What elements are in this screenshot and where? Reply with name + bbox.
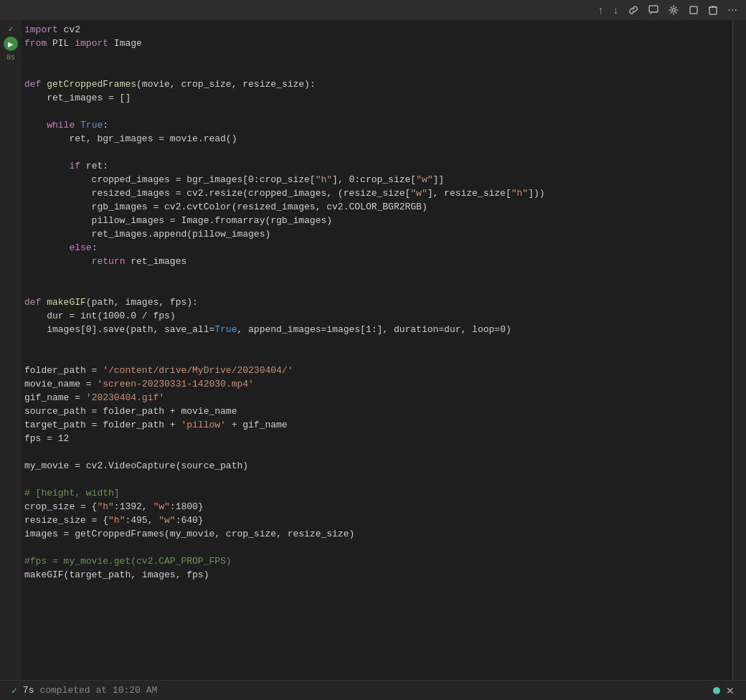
code-line: [22, 146, 732, 159]
code-line: images = getCroppedFrames(my_movie, crop…: [22, 527, 732, 541]
code-token: '20230404.gif': [86, 391, 164, 405]
code-token: + gif_name: [226, 418, 288, 432]
code-token: fps = 12: [24, 432, 69, 445]
code-token: [75, 118, 80, 132]
code-line: else:: [22, 241, 732, 255]
toolbar-more-btn[interactable]: ⋯: [724, 3, 740, 17]
code-token: else: [69, 241, 91, 255]
code-token: 'screen-20230331-142030.mp4': [97, 377, 253, 391]
code-line: folder_path = '/content/drive/MyDrive/20…: [22, 364, 732, 377]
code-token: "w": [159, 514, 175, 527]
status-time: 7s: [23, 685, 34, 696]
code-line: while True:: [22, 118, 732, 132]
code-line: def getCroppedFrames(movie, crop_size, r…: [22, 77, 732, 91]
code-editor[interactable]: import cv2from PIL import Imagedef getCr…: [22, 20, 733, 680]
code-token: resize_size = {: [24, 514, 108, 527]
code-token: 'pillow': [181, 418, 225, 432]
toolbar: ↑ ↓ ⋯: [0, 0, 746, 20]
code-line: [22, 64, 732, 77]
toolbar-up-btn[interactable]: ↑: [595, 3, 606, 17]
code-token: "h": [316, 173, 332, 186]
toolbar-link-btn[interactable]: [625, 4, 641, 16]
code-line: target_path = folder_path + 'pillow' + g…: [22, 418, 732, 432]
code-token: ret_images: [125, 255, 186, 268]
code-line: def makeGIF(path, images, fps):: [22, 295, 732, 309]
code-token: [24, 255, 92, 268]
code-token: :: [103, 118, 108, 132]
link-icon: [628, 5, 638, 15]
code-token: target_path = folder_path +: [24, 418, 181, 432]
status-close-button[interactable]: ✕: [726, 685, 735, 696]
status-right-section: ✕: [713, 685, 735, 696]
code-token: '/content/drive/MyDrive/20230404/': [103, 364, 293, 377]
code-token: PIL: [47, 37, 75, 50]
code-token: movie_name =: [24, 377, 97, 391]
svg-point-1: [672, 9, 675, 11]
code-token: import: [75, 37, 108, 50]
code-line: # [height, width]: [22, 486, 732, 500]
code-line: rgb_images = cv2.cvtColor(resized_images…: [22, 200, 732, 214]
status-message: completed at 10:20 AM: [39, 685, 157, 696]
status-check-icon: ✓: [11, 685, 17, 696]
code-token: [24, 118, 47, 132]
code-token: images[0].save(path, save_all=: [24, 323, 214, 336]
code-line: ret_images.append(pillow_images): [22, 227, 732, 241]
code-line: crop_size = {"h":1392, "w":1800}: [22, 500, 732, 514]
run-cell-button[interactable]: ▶: [4, 37, 18, 51]
code-line: [22, 350, 732, 364]
code-line: gif_name = '20230404.gif': [22, 391, 732, 405]
code-line: movie_name = 'screen-20230331-142030.mp4…: [22, 377, 732, 391]
code-token: [24, 241, 69, 255]
code-token: ], 0:crop_size[: [332, 173, 416, 186]
code-token: def: [24, 295, 41, 309]
code-token: [24, 159, 69, 173]
code-line: images[0].save(path, save_all=True, appe…: [22, 323, 732, 336]
gear-icon: [669, 5, 679, 15]
toolbar-down-btn[interactable]: ↓: [610, 3, 621, 17]
code-token: while: [47, 118, 75, 132]
code-line: [22, 282, 732, 295]
code-token: images = getCroppedFrames(my_movie, crop…: [24, 527, 354, 541]
code-token: import: [24, 23, 58, 37]
toolbar-fullscreen-btn[interactable]: [686, 4, 702, 16]
code-line: dur = int(1000.0 / fps): [22, 309, 732, 323]
svg-rect-3: [709, 7, 717, 14]
code-token: Image: [108, 37, 142, 50]
code-token: #fps = my_movie.get(cv2.CAP_PROP_FPS): [24, 554, 232, 568]
fullscreen-icon: [689, 5, 699, 15]
code-token: ret:: [80, 159, 108, 173]
code-token: gif_name =: [24, 391, 86, 405]
code-token: my_movie = cv2.VideoCapture(source_path): [24, 459, 248, 473]
code-token: makeGIF(target_path, images, fps): [24, 568, 209, 582]
code-token: (path, images, fps):: [86, 295, 198, 309]
main-area: ✓ ▶ 8s import cv2from PIL import Imagede…: [0, 20, 746, 680]
code-line: cropped_images = bgr_images[0:crop_size[…: [22, 173, 732, 186]
toolbar-comment-btn[interactable]: [646, 4, 661, 16]
code-token: if: [69, 159, 80, 173]
svg-rect-0: [649, 6, 658, 12]
code-token: cv2: [58, 23, 80, 37]
svg-rect-2: [690, 6, 697, 14]
code-token: ], resize_size[: [428, 186, 511, 200]
code-token: True: [80, 118, 103, 132]
code-token: "h": [97, 500, 113, 514]
code-line: return ret_images: [22, 255, 732, 268]
code-token: :640}: [176, 514, 204, 527]
code-line: ret, bgr_images = movie.read(): [22, 132, 732, 146]
code-token: dur = int(1000.0 / fps): [24, 309, 176, 323]
code-token: ]]: [433, 173, 445, 186]
code-token: True: [214, 323, 237, 336]
code-token: ret_images.append(pillow_images): [24, 227, 270, 241]
toolbar-settings-btn[interactable]: [666, 4, 681, 16]
toolbar-delete-btn[interactable]: [706, 4, 720, 16]
code-token: , append_images=images[1:], duration=dur…: [237, 323, 511, 336]
code-token: [41, 295, 47, 309]
code-token: (movie, crop_size, resize_size):: [136, 77, 316, 91]
code-line: import cv2: [22, 23, 732, 37]
code-line: resize_size = {"h":495, "w":640}: [22, 514, 732, 527]
code-token: # [height, width]: [24, 486, 120, 500]
code-line: [22, 336, 732, 350]
code-line: source_path = folder_path + movie_name: [22, 405, 732, 418]
code-line: pillow_images = Image.fromarray(rgb_imag…: [22, 214, 732, 227]
code-token: resized_images = cv2.resize(cropped_imag…: [24, 186, 410, 200]
